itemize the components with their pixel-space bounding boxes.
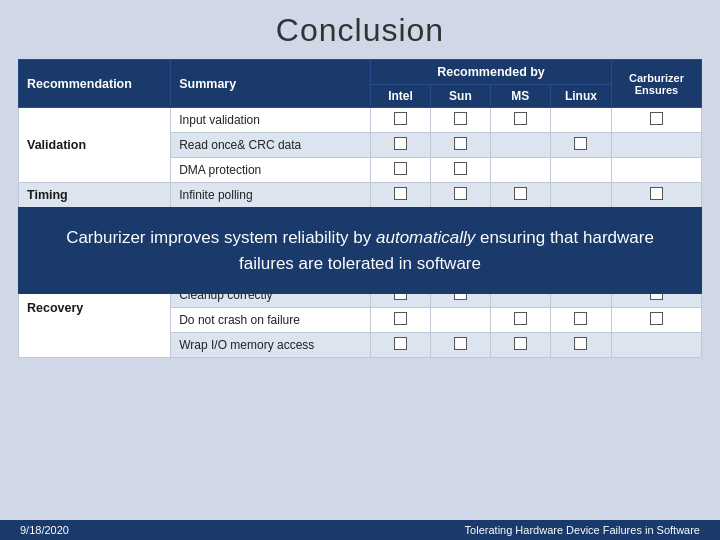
check-cell bbox=[371, 308, 431, 333]
sub-intel: Intel bbox=[371, 85, 431, 108]
check-cell bbox=[430, 333, 490, 358]
check-cell bbox=[550, 333, 611, 358]
check-cell bbox=[612, 108, 702, 133]
check-cell bbox=[371, 158, 431, 183]
check-cell bbox=[430, 308, 490, 333]
check-cell bbox=[550, 133, 611, 158]
check-cell bbox=[612, 158, 702, 183]
table-row: Timing Infinite polling bbox=[19, 183, 702, 208]
category-timing: Timing bbox=[19, 183, 171, 208]
page-title: Conclusion bbox=[0, 0, 720, 59]
check-cell bbox=[371, 183, 431, 208]
check-cell bbox=[430, 108, 490, 133]
category-validation: Validation bbox=[19, 108, 171, 183]
table-wrapper: Recommendation Summary Recommended by Ca… bbox=[18, 59, 702, 358]
col-recommended-by: Recommended by bbox=[371, 60, 612, 85]
sub-linux: Linux bbox=[550, 85, 611, 108]
check-cell bbox=[612, 183, 702, 208]
check-cell bbox=[430, 158, 490, 183]
summary-cell: Do not crash on failure bbox=[171, 308, 371, 333]
summary-cell: Wrap I/O memory access bbox=[171, 333, 371, 358]
col-summary: Summary bbox=[171, 60, 371, 108]
sub-ms: MS bbox=[490, 85, 550, 108]
check-cell bbox=[430, 133, 490, 158]
check-cell bbox=[550, 308, 611, 333]
check-cell bbox=[490, 308, 550, 333]
sub-sun: Sun bbox=[430, 85, 490, 108]
summary-cell: Input validation bbox=[171, 108, 371, 133]
check-cell bbox=[490, 183, 550, 208]
check-cell bbox=[612, 133, 702, 158]
col-recommendation: Recommendation bbox=[19, 60, 171, 108]
summary-cell: Infinite polling bbox=[171, 183, 371, 208]
check-cell bbox=[612, 308, 702, 333]
check-cell bbox=[550, 108, 611, 133]
overlay-banner: Carburizer improves system reliability b… bbox=[18, 207, 702, 294]
footer-bar: 9/18/2020 Tolerating Hardware Device Fai… bbox=[0, 520, 720, 540]
table-row: Validation Input validation bbox=[19, 108, 702, 133]
footer-subtitle: Tolerating Hardware Device Failures in S… bbox=[465, 524, 700, 536]
col-carburizer: Carburizer Ensures bbox=[612, 60, 702, 108]
check-cell bbox=[430, 183, 490, 208]
check-cell bbox=[490, 133, 550, 158]
check-cell bbox=[490, 158, 550, 183]
check-cell bbox=[371, 133, 431, 158]
overlay-text: Carburizer improves system reliability b… bbox=[66, 228, 654, 273]
summary-cell: DMA protection bbox=[171, 158, 371, 183]
check-cell bbox=[550, 183, 611, 208]
check-cell bbox=[490, 108, 550, 133]
footer-date: 9/18/2020 bbox=[20, 524, 69, 536]
check-cell bbox=[371, 108, 431, 133]
check-cell bbox=[490, 333, 550, 358]
check-cell bbox=[612, 333, 702, 358]
check-cell bbox=[550, 158, 611, 183]
check-cell bbox=[371, 333, 431, 358]
summary-cell: Read once& CRC data bbox=[171, 133, 371, 158]
